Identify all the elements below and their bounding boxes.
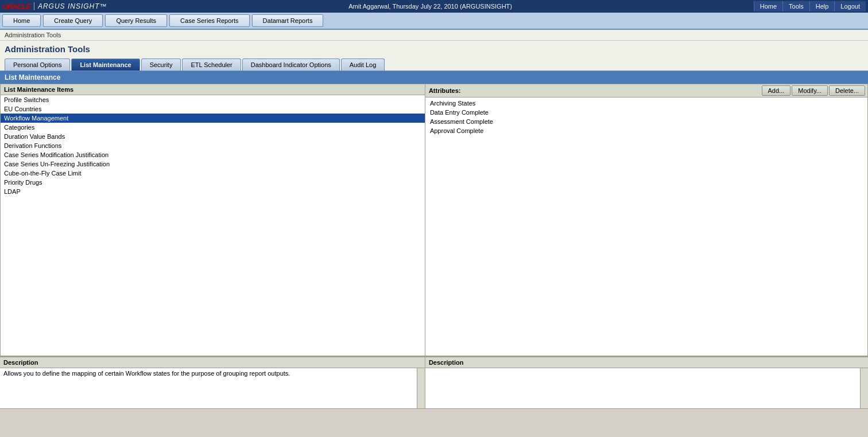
main-navigation: HomeCreate QueryQuery ResultsCase Series…	[0, 13, 868, 30]
right-desc-header: Description	[425, 357, 868, 368]
top-nav-link-help[interactable]: Help	[809, 1, 835, 11]
top-nav-link-logout[interactable]: Logout	[834, 1, 866, 11]
list-item[interactable]: Derivation Functions	[1, 141, 425, 150]
list-item[interactable]: Workflow Management	[1, 114, 425, 123]
tab-audit-log[interactable]: Audit Log	[341, 58, 385, 71]
tab-list-maintenance[interactable]: List Maintenance	[71, 58, 140, 71]
left-description-panel: Description Allows you to define the map…	[0, 357, 425, 408]
section-header: List Maintenance	[0, 71, 868, 84]
right-desc-scrollbar[interactable]	[860, 368, 868, 408]
tab-personal-options[interactable]: Personal Options	[5, 58, 70, 71]
list-item[interactable]: Categories	[1, 123, 425, 132]
logo-area: ORACLE ARGUS INSIGHT™	[2, 2, 107, 11]
right-desc-content	[425, 368, 868, 408]
attributes-list: Archiving StatesData Entry CompleteAsses…	[425, 97, 867, 356]
list-item[interactable]: Priority Drugs	[1, 178, 425, 187]
left-desc-text: Allows you to define the mapping of cert…	[3, 370, 290, 377]
attribute-item: Approval Complete	[427, 126, 866, 135]
right-panel-header-row: Attributes: Add...Modify...Delete...	[425, 84, 867, 97]
page-title-bar: Administration Tools	[0, 41, 868, 56]
tab-etl-scheduler[interactable]: ETL Scheduler	[182, 58, 241, 71]
action-btn-delete---[interactable]: Delete...	[829, 85, 865, 96]
list-item[interactable]: Case Series Un-Freezing Justification	[1, 159, 425, 169]
page-title: Administration Tools	[5, 44, 90, 54]
attribute-item: Data Entry Complete	[427, 108, 866, 117]
left-desc-header: Description	[0, 357, 425, 368]
attribute-item: Archiving States	[427, 99, 866, 108]
main-nav-btn-case-series-reports[interactable]: Case Series Reports	[169, 14, 250, 27]
description-panels: Description Allows you to define the map…	[0, 356, 868, 408]
action-buttons: Add...Modify...Delete...	[760, 84, 867, 97]
list-items: Profile SwitchesEU CountriesWorkflow Man…	[1, 95, 425, 356]
list-item[interactable]: Case Series Modification Justification	[1, 150, 425, 159]
list-item[interactable]: LDAP	[1, 187, 425, 196]
main-nav-btn-create-query[interactable]: Create Query	[43, 14, 103, 27]
top-navigation: ORACLE ARGUS INSIGHT™ Amit Aggarwal, Thu…	[0, 0, 868, 13]
tab-security[interactable]: Security	[141, 58, 181, 71]
tabs-bar: Personal OptionsList MaintenanceSecurity…	[0, 56, 868, 71]
argus-insight-text: ARGUS INSIGHT™	[34, 2, 107, 10]
tab-dashboard-indicator-options[interactable]: Dashboard Indicator Options	[242, 58, 340, 71]
top-nav-links: HomeToolsHelpLogout	[754, 1, 866, 11]
list-maintenance-items-header: List Maintenance Items	[1, 84, 425, 95]
action-btn-modify---[interactable]: Modify...	[792, 85, 828, 96]
left-panel: List Maintenance Items Profile SwitchesE…	[1, 84, 425, 356]
main-nav-btn-home[interactable]: Home	[2, 14, 41, 27]
right-panel: Attributes: Add...Modify...Delete... Arc…	[425, 84, 867, 356]
list-item[interactable]: Profile Switches	[1, 95, 425, 104]
left-desc-content: Allows you to define the mapping of cert…	[0, 368, 425, 408]
oracle-logo: ORACLE	[2, 2, 30, 11]
main-nav-btn-query-results[interactable]: Query Results	[105, 14, 167, 27]
panels: List Maintenance Items Profile SwitchesE…	[0, 84, 868, 356]
status-bar	[0, 408, 868, 421]
breadcrumb: Administration Tools	[0, 30, 868, 41]
list-item[interactable]: Duration Value Bands	[1, 132, 425, 141]
right-description-panel: Description	[425, 357, 868, 408]
attribute-item: Assessment Complete	[427, 117, 866, 126]
left-desc-scrollbar[interactable]	[417, 368, 425, 408]
attributes-header: Attributes:	[425, 85, 760, 96]
user-info: Amit Aggarwal, Thursday July 22, 2010 (A…	[107, 3, 754, 10]
list-item[interactable]: Cube-on-the-Fly Case Limit	[1, 169, 425, 178]
top-nav-link-home[interactable]: Home	[754, 1, 782, 11]
action-btn-add---[interactable]: Add...	[762, 85, 791, 96]
main-nav-btn-datamart-reports[interactable]: Datamart Reports	[252, 14, 324, 27]
list-item[interactable]: EU Countries	[1, 104, 425, 114]
top-nav-link-tools[interactable]: Tools	[782, 1, 809, 11]
main-content: List Maintenance Items Profile SwitchesE…	[0, 84, 868, 408]
